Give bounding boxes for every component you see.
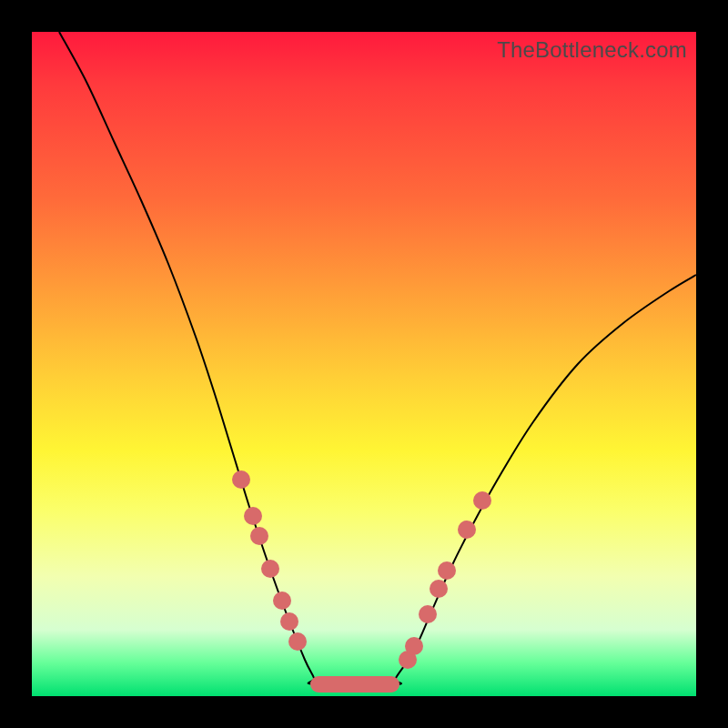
chart-frame: TheBottleneck.com <box>0 0 728 728</box>
marker-dot <box>232 470 250 489</box>
marker-dot <box>430 580 448 598</box>
marker-dot <box>438 561 456 580</box>
chart-svg <box>32 32 696 696</box>
marker-dot <box>261 560 279 578</box>
marker-dot <box>473 491 491 510</box>
marker-dot <box>250 527 268 545</box>
marker-dot <box>280 612 298 631</box>
marker-dot <box>458 521 476 539</box>
marker-dot <box>405 637 423 655</box>
marker-dot <box>244 507 262 525</box>
marker-group <box>232 470 491 669</box>
marker-dot <box>288 632 307 651</box>
bottleneck-curve <box>59 32 696 685</box>
marker-dot <box>419 605 437 623</box>
marker-dot <box>273 592 291 610</box>
valley-pill <box>310 676 399 693</box>
chart-plot-area: TheBottleneck.com <box>32 32 696 696</box>
